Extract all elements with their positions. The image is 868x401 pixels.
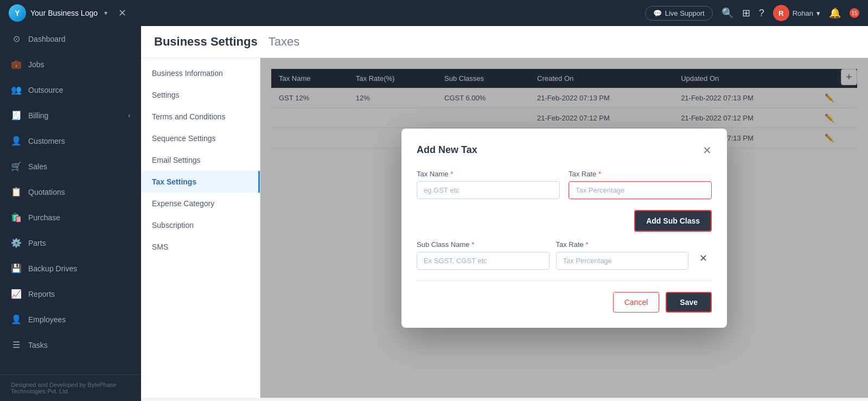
tax-name-input[interactable] [417, 181, 560, 199]
live-support-icon: 💬 [653, 9, 662, 17]
add-sub-class-row: Add Sub Class [417, 210, 712, 232]
sidebar-item-label: Customers [28, 137, 65, 145]
backup-drives-icon: 💾 [11, 263, 22, 273]
top-header: Y Your Business Logo ▾ ✕ 💬 Live Support … [0, 0, 868, 26]
sub-class-tax-rate-input[interactable] [556, 252, 689, 270]
sidebar-item-label: Sales [28, 162, 47, 171]
user-area: R Rohan ▾ [773, 5, 820, 21]
settings-nav-tax[interactable]: Tax Settings [141, 171, 260, 193]
sidebar-item-outsource[interactable]: 👥 Outsource [0, 77, 141, 103]
outsource-icon: 👥 [11, 85, 22, 95]
user-name: Rohan [793, 9, 813, 17]
tax-name-rate-row: Tax Name * Tax Rate * [417, 170, 712, 199]
settings-nav: Business Information Settings Terms and … [141, 58, 260, 398]
add-sub-class-button[interactable]: Add Sub Class [634, 210, 712, 232]
sub-class-name-group: Sub Class Name * [417, 240, 550, 270]
add-new-tax-modal: Add New Tax ✕ Tax Name * [401, 129, 727, 328]
notification-count: 15 [850, 8, 859, 18]
logo-text: Your Business Logo [30, 9, 98, 17]
remove-sub-class-button[interactable]: ✕ [695, 248, 712, 269]
purchase-icon: 🛍️ [11, 212, 22, 222]
tax-rate-required: * [598, 170, 601, 178]
live-support-button[interactable]: 💬 Live Support [645, 6, 713, 21]
settings-nav-subscription[interactable]: Subscription [141, 214, 260, 236]
tax-name-group: Tax Name * [417, 170, 560, 199]
reports-icon: 📈 [11, 289, 22, 299]
modal-close-button[interactable]: ✕ [703, 144, 712, 157]
modal-divider [417, 281, 712, 281]
sidebar: ⊙ Dashboard 💼 Jobs 👥 Outsource 🧾 Billing… [0, 26, 141, 401]
tax-area: + Tax Name Tax Rate(%) Sub Classes Creat… [260, 58, 868, 398]
settings-nav-sequence[interactable]: Sequence Settings [141, 128, 260, 149]
sidebar-item-parts[interactable]: ⚙️ Parts [0, 230, 141, 256]
sidebar-item-label: Jobs [28, 60, 44, 69]
header-close-icon[interactable]: ✕ [118, 7, 126, 19]
settings-nav-email[interactable]: Email Settings [141, 149, 260, 171]
tax-rate-label: Tax Rate * [569, 170, 712, 178]
tax-name-label: Tax Name * [417, 170, 560, 178]
user-dropdown-icon[interactable]: ▾ [816, 9, 820, 17]
sidebar-item-reports[interactable]: 📈 Reports [0, 281, 141, 307]
tax-name-required: * [450, 170, 453, 178]
sidebar-item-label: Tasks [28, 341, 48, 349]
quotations-icon: 📋 [11, 187, 22, 197]
customers-icon: 👤 [11, 136, 22, 146]
sidebar-item-billing[interactable]: 🧾 Billing › [0, 103, 141, 128]
billing-chevron-icon: › [128, 112, 130, 119]
sidebar-item-label: Dashboard [28, 35, 66, 43]
sidebar-item-sales[interactable]: 🛒 Sales [0, 154, 141, 179]
logo-dropdown-icon[interactable]: ▾ [104, 9, 107, 17]
sidebar-item-label: Purchase [28, 213, 60, 222]
jobs-icon: 💼 [11, 59, 22, 69]
search-icon[interactable]: 🔍 [722, 7, 733, 19]
user-avatar: R [773, 5, 789, 21]
sidebar-item-label: Reports [28, 290, 55, 298]
content-area: Business Settings Taxes Business Informa… [141, 26, 868, 401]
modal-footer: Cancel Save [417, 292, 712, 313]
notification-bell-icon[interactable]: 🔔 [829, 7, 841, 19]
sub-class-tax-rate-group: Tax Rate * [556, 240, 689, 270]
sidebar-item-label: Employees [28, 315, 66, 324]
settings-nav-settings[interactable]: Settings [141, 84, 260, 106]
parts-icon: ⚙️ [11, 238, 22, 248]
sidebar-item-label: Billing [28, 111, 48, 120]
dashboard-icon: ⊙ [11, 34, 22, 44]
sidebar-item-backup-drives[interactable]: 💾 Backup Drives [0, 256, 141, 281]
modal-overlay: Add New Tax ✕ Tax Name * [260, 58, 868, 398]
sub-class-row: Sub Class Name * Tax Rate * ✕ [417, 240, 712, 270]
sub-class-name-label: Sub Class Name * [417, 240, 550, 249]
sidebar-item-purchase[interactable]: 🛍️ Purchase [0, 205, 141, 230]
sidebar-item-customers[interactable]: 👤 Customers [0, 128, 141, 154]
sidebar-item-jobs[interactable]: 💼 Jobs [0, 52, 141, 77]
grid-icon[interactable]: ⊞ [742, 7, 750, 19]
settings-nav-sms[interactable]: SMS [141, 236, 260, 258]
cancel-button[interactable]: Cancel [613, 292, 660, 313]
sales-icon: 🛒 [11, 161, 22, 171]
settings-nav-terms[interactable]: Terms and Conditions [141, 106, 260, 128]
sidebar-item-tasks[interactable]: ☰ Tasks [0, 332, 141, 358]
save-button[interactable]: Save [666, 292, 712, 313]
sub-class-tax-rate-label: Tax Rate * [556, 240, 689, 249]
header-left: Y Your Business Logo ▾ ✕ [9, 4, 126, 22]
tax-rate-input[interactable] [569, 181, 712, 199]
live-support-label: Live Support [665, 9, 705, 17]
logo-icon: Y [9, 4, 26, 22]
billing-icon: 🧾 [11, 110, 22, 120]
page-header: Business Settings Taxes [141, 26, 868, 58]
settings-layout: Business Information Settings Terms and … [141, 58, 868, 398]
sidebar-item-label: Parts [28, 239, 46, 247]
sidebar-item-label: Backup Drives [28, 264, 77, 273]
employees-icon: 👤 [11, 314, 22, 324]
sidebar-item-dashboard[interactable]: ⊙ Dashboard [0, 26, 141, 52]
sidebar-footer: Designed and Developed by BytePhase Tech… [0, 374, 141, 401]
settings-nav-expense[interactable]: Expense Category [141, 193, 260, 214]
sub-class-name-input[interactable] [417, 252, 550, 270]
page-title: Business Settings [154, 35, 258, 49]
main-layout: ⊙ Dashboard 💼 Jobs 👥 Outsource 🧾 Billing… [0, 26, 868, 401]
sidebar-item-employees[interactable]: 👤 Employees [0, 307, 141, 332]
sidebar-item-label: Quotations [28, 188, 65, 196]
sidebar-item-quotations[interactable]: 📋 Quotations [0, 179, 141, 205]
settings-nav-business-information[interactable]: Business Information [141, 62, 260, 84]
help-icon[interactable]: ? [759, 8, 764, 19]
sidebar-item-label: Outsource [28, 86, 63, 94]
